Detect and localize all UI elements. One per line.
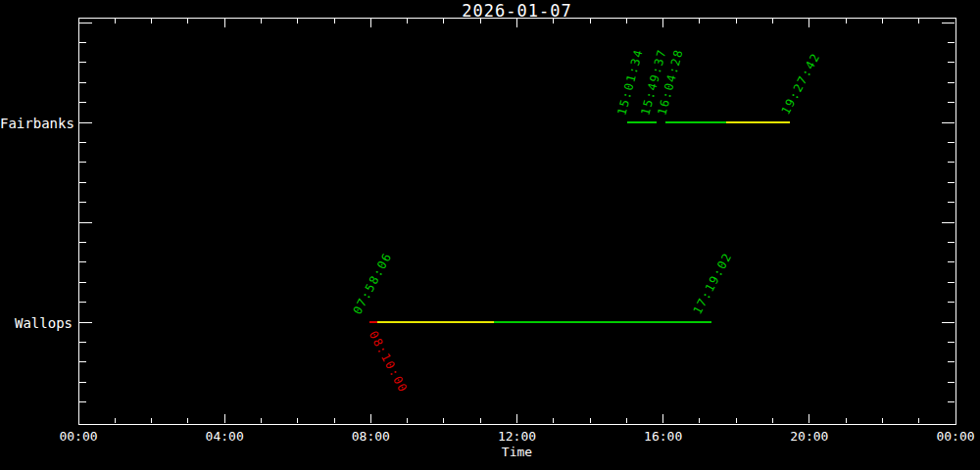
x-axis-tick xyxy=(261,19,262,24)
y-axis-tick xyxy=(79,322,92,323)
y-axis-tick xyxy=(948,82,955,83)
x-axis-tick xyxy=(772,418,773,423)
x-axis-tick xyxy=(956,19,956,27)
y-axis-label-fairbanks: Fairbanks xyxy=(0,116,73,131)
y-axis-tick xyxy=(948,162,955,163)
x-axis-tick xyxy=(334,19,335,24)
x-axis-tick xyxy=(480,418,481,423)
x-axis-tick xyxy=(370,19,371,27)
pass-segment-wallops-red xyxy=(369,321,376,323)
y-axis-tick xyxy=(79,401,86,402)
x-axis-tick xyxy=(699,19,700,24)
x-axis-tick xyxy=(808,414,809,423)
x-axis-tick-label: 08:00 xyxy=(341,429,400,444)
x-axis-tick xyxy=(918,19,919,24)
y-axis-tick xyxy=(948,242,955,243)
y-axis-tick xyxy=(948,202,955,203)
x-axis-tick xyxy=(956,414,956,423)
y-axis-tick xyxy=(79,202,86,203)
y-axis-label-wallops: Wallops xyxy=(0,315,73,331)
x-axis-tick-label: 16:00 xyxy=(634,429,693,444)
x-axis-tick xyxy=(115,418,116,423)
y-axis-tick xyxy=(948,42,955,43)
x-axis-tick xyxy=(882,418,883,423)
y-axis-tick xyxy=(79,62,86,63)
x-axis-tick xyxy=(224,19,225,27)
y-axis-tick xyxy=(942,322,955,323)
x-axis-tick xyxy=(736,418,737,423)
y-axis-tick xyxy=(79,242,86,243)
y-axis-tick xyxy=(79,261,86,262)
y-axis-tick xyxy=(79,302,86,303)
y-axis-tick xyxy=(948,361,955,362)
x-axis-tick xyxy=(516,414,517,423)
y-axis-tick xyxy=(948,382,955,383)
y-axis-tick xyxy=(948,401,955,402)
x-axis-tick xyxy=(151,19,152,24)
y-axis-tick xyxy=(948,62,955,63)
pass-segment-fairbanks-green xyxy=(627,121,657,123)
y-axis-tick xyxy=(948,102,955,103)
x-axis-tick xyxy=(261,418,262,423)
y-axis-tick xyxy=(79,82,86,83)
x-axis-tick xyxy=(553,19,554,24)
y-axis-tick xyxy=(79,162,86,163)
x-axis-tick xyxy=(808,19,809,27)
x-axis-tick xyxy=(480,19,481,24)
y-axis-tick xyxy=(948,182,955,183)
plot-frame xyxy=(78,18,956,425)
y-axis-tick xyxy=(79,382,86,383)
y-axis-tick xyxy=(948,302,955,303)
x-axis-tick xyxy=(846,418,847,423)
x-axis-tick xyxy=(736,19,737,24)
x-axis-tick xyxy=(443,19,444,24)
y-axis-tick xyxy=(942,222,955,223)
x-axis-tick xyxy=(187,19,188,24)
x-axis-tick-label: 04:00 xyxy=(195,429,254,444)
x-axis-tick xyxy=(626,418,627,423)
y-axis-tick xyxy=(79,361,86,362)
x-axis-tick xyxy=(553,418,554,423)
y-axis-tick xyxy=(79,222,92,223)
y-axis-tick xyxy=(942,122,955,123)
y-axis-tick xyxy=(79,282,86,283)
x-axis-tick xyxy=(407,19,408,24)
x-axis-tick xyxy=(662,414,663,423)
x-axis-tick-label: 12:00 xyxy=(488,429,547,444)
y-axis-tick xyxy=(948,282,955,283)
x-axis-tick xyxy=(151,418,152,423)
y-axis-tick xyxy=(79,142,86,143)
x-axis-tick xyxy=(662,19,663,27)
x-axis-tick xyxy=(516,19,517,27)
x-axis-tick xyxy=(224,414,225,423)
pass-segment-fairbanks-yellow xyxy=(726,121,790,123)
x-axis-title: Time xyxy=(78,445,956,459)
x-axis-tick xyxy=(882,19,883,24)
x-axis-tick xyxy=(297,418,298,423)
x-axis-tick-label: 00:00 xyxy=(49,429,108,444)
x-axis-tick xyxy=(918,418,919,423)
y-axis-tick xyxy=(948,342,955,343)
pass-segment-wallops-yellow xyxy=(377,321,494,323)
y-axis-tick xyxy=(948,142,955,143)
x-axis-tick xyxy=(78,19,79,27)
x-axis-tick xyxy=(115,19,116,24)
x-axis-tick xyxy=(699,418,700,423)
x-axis-tick-label: 20:00 xyxy=(780,429,839,444)
y-axis-tick xyxy=(79,42,86,43)
x-axis-tick xyxy=(78,414,79,423)
y-axis-tick xyxy=(79,182,86,183)
pass-schedule-figure: 2026-01-07 Fairbanks Wallops Time 00:000… xyxy=(0,0,980,470)
y-axis-tick xyxy=(942,23,955,24)
y-axis-tick xyxy=(79,342,86,343)
y-axis-tick xyxy=(79,23,92,24)
y-axis-tick xyxy=(79,122,92,123)
x-axis-tick xyxy=(443,418,444,423)
x-axis-tick xyxy=(407,418,408,423)
pass-segment-wallops-green xyxy=(494,321,711,323)
x-axis-tick xyxy=(590,19,591,24)
y-axis-tick xyxy=(948,261,955,262)
x-axis-tick xyxy=(187,418,188,423)
x-axis-tick xyxy=(370,414,371,423)
pass-segment-fairbanks-green xyxy=(665,121,725,123)
